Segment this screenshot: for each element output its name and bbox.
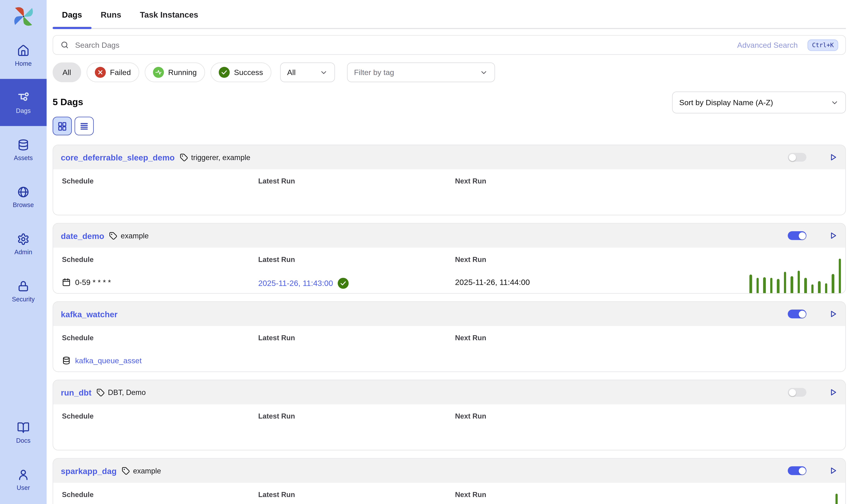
run-duration-bar[interactable] bbox=[784, 272, 786, 294]
latest-run-header: Latest Run bbox=[258, 490, 455, 499]
run-duration-bar[interactable] bbox=[756, 278, 759, 294]
limit-select[interactable]: All bbox=[280, 62, 335, 82]
filter-chip-label: Success bbox=[234, 68, 263, 76]
globe-icon bbox=[17, 185, 30, 198]
sidebar-item-dags[interactable]: Dags bbox=[0, 79, 47, 126]
schedule-column: Schedule bbox=[62, 177, 258, 215]
dag-card: sparkapp_dag example Schedule Latest Run bbox=[53, 458, 846, 504]
sidebar-item-security[interactable]: Security bbox=[0, 267, 47, 314]
dag-card: core_deferrable_sleep_demo triggerer, ex… bbox=[53, 145, 846, 215]
trigger-dag-button[interactable] bbox=[829, 153, 837, 162]
dag-pause-toggle[interactable] bbox=[788, 466, 806, 475]
dag-name-link[interactable]: core_deferrable_sleep_demo bbox=[61, 152, 175, 162]
schedule-header: Schedule bbox=[62, 490, 258, 499]
sort-select[interactable]: Sort by Display Name (A-Z) bbox=[672, 91, 846, 113]
dag-card-body: Schedule 0-59 * * * * Latest Run 2025-11… bbox=[53, 248, 845, 294]
dag-card-header: run_dbt DBT, Demo bbox=[53, 380, 845, 404]
sidebar-item-label: Home bbox=[15, 60, 32, 67]
schedule-asset-link[interactable]: kafka_queue_asset bbox=[75, 356, 142, 365]
dag-icon bbox=[17, 91, 30, 104]
schedule-column: Schedule kafka_queue_asset bbox=[62, 334, 258, 372]
search-input[interactable] bbox=[74, 40, 732, 50]
dag-name-link[interactable]: kafka_watcher bbox=[61, 309, 118, 319]
run-duration-bar[interactable] bbox=[811, 284, 814, 294]
lock-icon bbox=[17, 280, 30, 292]
dag-pause-toggle[interactable] bbox=[788, 309, 806, 318]
trigger-dag-button[interactable] bbox=[829, 309, 837, 318]
filter-chip-failed[interactable]: Failed bbox=[87, 62, 139, 82]
run-duration-bar[interactable] bbox=[749, 274, 752, 294]
schedule-value: 0-59 * * * * bbox=[62, 278, 258, 287]
limit-select-value: All bbox=[287, 68, 296, 76]
filter-chip-label: Failed bbox=[110, 68, 131, 76]
latest-run-header: Latest Run bbox=[258, 177, 455, 185]
schedule-value: kafka_queue_asset bbox=[62, 356, 258, 365]
advanced-search-link[interactable]: Advanced Search bbox=[737, 41, 798, 49]
sidebar-item-admin[interactable]: Admin bbox=[0, 220, 47, 267]
trigger-dag-button[interactable] bbox=[829, 388, 837, 397]
dag-name-link[interactable]: run_dbt bbox=[61, 388, 91, 397]
filter-chip-all[interactable]: All bbox=[53, 62, 81, 82]
main-content: Dags Runs Task Instances Advanced Search… bbox=[47, 0, 853, 504]
dag-tags: example bbox=[109, 231, 149, 240]
list-view-button[interactable] bbox=[74, 117, 94, 135]
tag-icon bbox=[109, 231, 118, 240]
dag-pause-toggle[interactable] bbox=[788, 388, 806, 397]
dag-tags: DBT, Demo bbox=[96, 388, 146, 397]
filter-chip-running[interactable]: Running bbox=[144, 62, 205, 82]
trigger-dag-button[interactable] bbox=[829, 231, 837, 240]
tab-dags[interactable]: Dags bbox=[53, 9, 91, 28]
run-duration-bar[interactable] bbox=[777, 279, 779, 294]
dag-pause-toggle[interactable] bbox=[788, 153, 806, 162]
trigger-dag-button[interactable] bbox=[829, 466, 837, 475]
grid-view-button[interactable] bbox=[53, 117, 72, 135]
book-icon bbox=[17, 421, 30, 434]
sidebar-item-label: User bbox=[17, 484, 30, 491]
success-icon bbox=[218, 67, 230, 78]
run-duration-bar[interactable] bbox=[838, 259, 841, 294]
sidebar-item-assets[interactable]: Assets bbox=[0, 126, 47, 173]
dag-count: 5 Dags bbox=[53, 97, 83, 108]
sidebar-item-home[interactable]: Home bbox=[0, 32, 47, 79]
toggle-knob bbox=[798, 232, 806, 239]
schedule-column: Schedule bbox=[62, 490, 258, 504]
toggle-knob bbox=[788, 389, 796, 396]
filter-chip-success[interactable]: Success bbox=[210, 62, 271, 82]
schedule-header: Schedule bbox=[62, 412, 258, 420]
sidebar-item-browse[interactable]: Browse bbox=[0, 173, 47, 220]
airflow-logo[interactable] bbox=[12, 5, 35, 28]
tag-icon bbox=[96, 388, 105, 397]
sidebar-item-docs[interactable]: Docs bbox=[0, 409, 47, 456]
dag-card: kafka_watcher Schedule kafka_queue_asset… bbox=[53, 301, 846, 372]
toggle-knob bbox=[798, 310, 806, 318]
run-duration-bar[interactable] bbox=[818, 281, 820, 294]
tab-runs[interactable]: Runs bbox=[91, 9, 130, 28]
run-duration-bar[interactable] bbox=[797, 271, 800, 294]
latest-run-header: Latest Run bbox=[258, 412, 455, 420]
run-duration-bar[interactable] bbox=[770, 278, 772, 294]
run-duration-bar[interactable] bbox=[804, 278, 807, 294]
dag-pause-toggle[interactable] bbox=[788, 231, 806, 240]
run-duration-bar[interactable] bbox=[825, 283, 827, 294]
search-icon bbox=[60, 41, 69, 49]
list-header-row: 5 Dags Sort by Display Name (A-Z) bbox=[53, 91, 846, 113]
dag-card-header: core_deferrable_sleep_demo triggerer, ex… bbox=[53, 145, 845, 169]
house-icon bbox=[17, 44, 30, 57]
schedule-header: Schedule bbox=[62, 177, 258, 185]
dag-name-link[interactable]: date_demo bbox=[61, 231, 104, 240]
run-duration-bar[interactable] bbox=[832, 274, 834, 294]
tab-task-instances[interactable]: Task Instances bbox=[130, 9, 208, 28]
sidebar-item-user[interactable]: User bbox=[0, 456, 47, 503]
tag-filter-select[interactable]: Filter by tag bbox=[347, 62, 495, 82]
sidebar-item-label: Assets bbox=[14, 154, 33, 161]
database-icon bbox=[17, 139, 30, 151]
run-duration-bar[interactable] bbox=[763, 277, 766, 294]
run-duration-bar[interactable] bbox=[835, 494, 838, 504]
run-duration-bar[interactable] bbox=[790, 276, 793, 294]
latest-run-link[interactable]: 2025-11-26, 11:43:00 bbox=[258, 279, 333, 288]
view-toggle-group bbox=[53, 117, 846, 135]
dag-name-link[interactable]: sparkapp_dag bbox=[61, 466, 117, 475]
dag-tags-label: triggerer, example bbox=[191, 153, 250, 161]
latest-run-column: Latest Run bbox=[258, 412, 455, 450]
next-run-column: Next Run bbox=[455, 412, 837, 450]
